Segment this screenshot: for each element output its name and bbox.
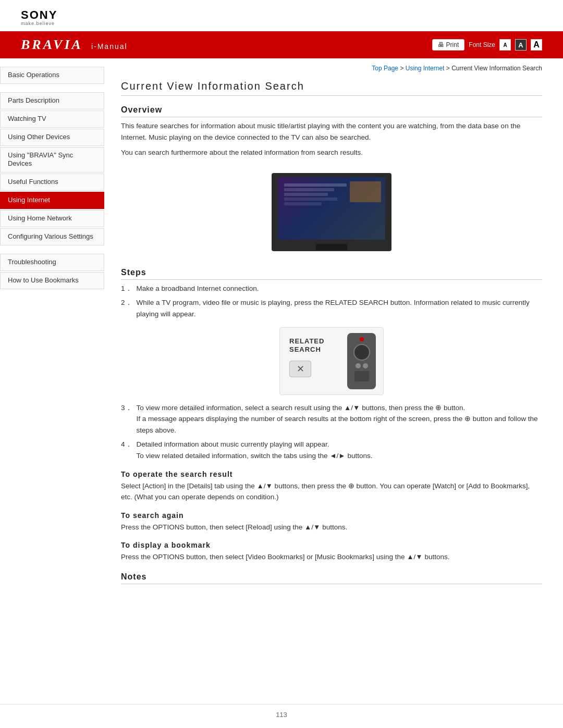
steps-list-2: 3． To view more detailed information, se… xyxy=(121,402,542,462)
sidebar-item-using-home-network[interactable]: Using Home Network xyxy=(0,210,104,227)
sidebar-item-parts-description[interactable]: Parts Description xyxy=(0,92,104,109)
top-header: SONY make.believe xyxy=(0,0,563,31)
sidebar-item-configuring-various[interactable]: Configuring Various Settings xyxy=(0,228,104,245)
sidebar-item-basic-operations[interactable]: Basic Operations xyxy=(0,67,104,84)
page-title: Current View Information Search xyxy=(121,80,542,96)
brand-bar-left: BRAVIA i-Manual xyxy=(21,37,128,53)
overview-header: Overview xyxy=(121,105,542,117)
sony-logo: SONY make.believe xyxy=(21,9,542,26)
tv-screenshot-image xyxy=(272,173,391,251)
remote-controller xyxy=(347,333,376,389)
imanual-label: i-Manual xyxy=(91,42,128,51)
breadcrumb-using-internet[interactable]: Using Internet xyxy=(406,65,445,72)
sidebar-item-troubleshooting[interactable]: Troubleshooting xyxy=(0,254,104,271)
brand-bar-right: 🖶 Print Font Size A A A xyxy=(432,39,542,51)
sidebar-item-watching-tv[interactable]: Watching TV xyxy=(0,110,104,128)
font-size-small-button[interactable]: A xyxy=(499,39,511,51)
overview-para2: You can search furthermore about the rel… xyxy=(121,147,542,158)
sidebar-item-using-internet[interactable]: Using Internet xyxy=(0,192,104,209)
step-4: 4． Detailed information about music curr… xyxy=(121,439,542,461)
print-button[interactable]: 🖶 Print xyxy=(432,39,464,51)
steps-header: Steps xyxy=(121,268,542,280)
sub-section-3-title: To display a bookmark xyxy=(121,541,542,549)
font-size-label: Font Size xyxy=(469,41,495,48)
page-footer: 113 xyxy=(0,704,563,728)
step-3: 3． To view more detailed information, se… xyxy=(121,402,542,436)
page-number: 113 xyxy=(276,711,287,719)
breadcrumb: Top Page > Using Internet > Current View… xyxy=(121,65,542,72)
breadcrumb-top-page[interactable]: Top Page xyxy=(372,65,398,72)
sub-section-1-text: Select [Action] in the [Details] tab usi… xyxy=(121,480,542,503)
breadcrumb-sep2: > xyxy=(446,65,451,72)
brand-bar: BRAVIA i-Manual 🖶 Print Font Size A A A xyxy=(0,31,563,58)
main-layout: Basic Operations Parts Description Watch… xyxy=(0,58,563,694)
step-2: 2． While a TV program, video file or mus… xyxy=(121,297,542,319)
breadcrumb-current: Current View Information Search xyxy=(451,65,542,72)
remote-image-wrapper: RELATEDSEARCH ✕ xyxy=(121,327,542,395)
sidebar-item-useful-functions[interactable]: Useful Functions xyxy=(0,174,104,191)
remote-image: RELATEDSEARCH ✕ xyxy=(279,327,384,395)
sidebar-item-using-other-devices[interactable]: Using Other Devices xyxy=(0,129,104,146)
step-1: 1． Make a broadband Internet connection. xyxy=(121,283,542,294)
steps-list: 1． Make a broadband Internet connection.… xyxy=(121,283,542,320)
sidebar-item-how-to-use-bookmarks[interactable]: How to Use Bookmarks xyxy=(0,272,104,289)
sub-section-1-title: To operate the search result xyxy=(121,470,542,478)
font-size-medium-button[interactable]: A xyxy=(515,39,527,51)
overview-para1: This feature searches for information ab… xyxy=(121,120,542,143)
content-area: Top Page > Using Internet > Current View… xyxy=(104,58,563,694)
sub-section-2-text: Press the OPTIONS button, then select [R… xyxy=(121,522,542,533)
notes-header: Notes xyxy=(121,572,542,584)
sidebar-item-using-bravia-sync[interactable]: Using "BRAVIA" Sync Devices xyxy=(0,147,104,173)
sub-section-3-text: Press the OPTIONS button, then select [V… xyxy=(121,551,542,563)
sub-section-2-title: To search again xyxy=(121,511,542,520)
sidebar: Basic Operations Parts Description Watch… xyxy=(0,58,104,694)
bravia-logo: BRAVIA xyxy=(21,37,83,53)
breadcrumb-sep1: > xyxy=(400,65,405,72)
tv-screen xyxy=(278,177,385,240)
tv-stand xyxy=(316,244,347,250)
font-size-large-button[interactable]: A xyxy=(531,39,542,51)
